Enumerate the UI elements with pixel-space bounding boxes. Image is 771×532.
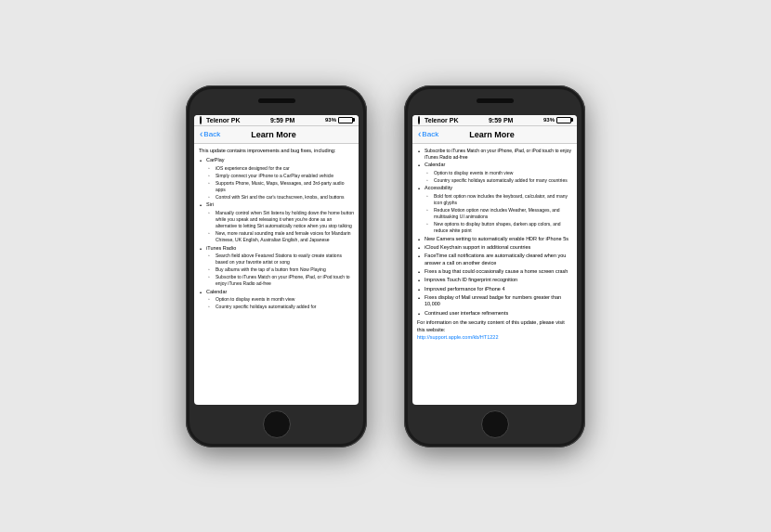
list-item-carplay: CarPlay iOS experience designed for the … bbox=[199, 157, 354, 201]
phone-2: Telenor PK 9:59 PM 93% ‹ Back bbox=[404, 85, 585, 448]
phone-1-inner: Telenor PK 9:59 PM 93% ‹ Back bbox=[189, 89, 363, 444]
status-bar-2: Telenor PK 9:59 PM 93% bbox=[412, 115, 577, 126]
bullet-keychain: iCloud Keychain support in additional co… bbox=[417, 244, 572, 252]
main-list-2-bullets: New Camera setting to automatically enab… bbox=[417, 236, 572, 317]
bullet-hdr: New Camera setting to automatically enab… bbox=[417, 236, 572, 243]
sub-list-itunes: Search field above Featured Stations to … bbox=[206, 253, 354, 287]
phone-1: Telenor PK 9:59 PM 93% ‹ Back bbox=[186, 85, 367, 448]
carrier-1: Telenor PK bbox=[206, 117, 240, 123]
status-right-2: 93% bbox=[543, 117, 571, 123]
status-left-1: Telenor PK bbox=[200, 117, 240, 123]
nav-bar-1: ‹ Back Learn More bbox=[194, 126, 359, 144]
time-1: 9:59 PM bbox=[270, 117, 294, 123]
status-bar-1: Telenor PK 9:59 PM 93% bbox=[194, 115, 359, 126]
list-item-accessibility: Accessibility Bold font option now inclu… bbox=[417, 185, 572, 234]
signal-dots-1 bbox=[200, 117, 202, 123]
battery-percent-1: 93% bbox=[325, 117, 336, 123]
phone-2-inner: Telenor PK 9:59 PM 93% ‹ Back bbox=[408, 89, 582, 444]
list-item-calendar-1: Calendar Option to display events in mon… bbox=[199, 289, 354, 311]
status-left-2: Telenor PK bbox=[418, 117, 458, 123]
phone-2-screen: Telenor PK 9:59 PM 93% ‹ Back bbox=[412, 115, 577, 405]
bullet-iphone4: Improved performance for iPhone 4 bbox=[417, 286, 572, 293]
back-chevron-icon-1: ‹ bbox=[200, 130, 203, 139]
sub-list-calendar-1: Option to display events in month view C… bbox=[206, 296, 354, 310]
list-item-itunes-radio: iTunes Radio Search field above Featured… bbox=[199, 245, 354, 288]
main-list-1: CarPlay iOS experience designed for the … bbox=[199, 157, 354, 310]
intro-text-1: This update contains improvements and bu… bbox=[199, 148, 354, 155]
bullet-facetime: FaceTime call notifications are automati… bbox=[417, 253, 572, 266]
sub-list-carplay: iOS experience designed for the car Simp… bbox=[206, 165, 354, 201]
sub-list-accessibility: Bold font option now includes the keyboa… bbox=[425, 193, 572, 234]
back-label-2: Back bbox=[422, 130, 438, 138]
screen-content-2: Subscribe to iTunes Match on your iPhone… bbox=[412, 144, 577, 405]
back-button-2[interactable]: ‹ Back bbox=[418, 130, 438, 139]
scene: Telenor PK 9:59 PM 93% ‹ Back bbox=[167, 67, 604, 466]
back-label-1: Back bbox=[203, 130, 220, 138]
security-note: For information on the security content … bbox=[417, 319, 572, 333]
nav-title-1: Learn More bbox=[220, 130, 327, 139]
bullet-crash: Fixes a bug that could occasionally caus… bbox=[417, 268, 572, 276]
signal-dots-2 bbox=[418, 117, 420, 123]
nav-title-2: Learn More bbox=[438, 130, 545, 139]
sub-list-siri: Manually control when Siri listens by ho… bbox=[206, 210, 354, 243]
battery-icon-2 bbox=[556, 117, 571, 123]
security-link[interactable]: http://support.apple.com/kb/HT1222 bbox=[417, 334, 498, 340]
bullet-ui: Continued user interface refinements bbox=[417, 310, 572, 318]
list-item-itunes-subscribe: Subscribe to iTunes Match on your iPhone… bbox=[417, 148, 572, 161]
bullet-touchid: Improves Touch ID fingerprint recognitio… bbox=[417, 277, 572, 284]
screen-content-1: This update contains improvements and bu… bbox=[194, 144, 359, 405]
back-button-1[interactable]: ‹ Back bbox=[200, 130, 220, 139]
battery-icon-1 bbox=[338, 117, 353, 123]
status-right-1: 93% bbox=[325, 117, 353, 123]
phone-1-screen: Telenor PK 9:59 PM 93% ‹ Back bbox=[194, 115, 359, 405]
battery-percent-2: 93% bbox=[543, 117, 555, 123]
time-2: 9:59 PM bbox=[489, 117, 513, 123]
carrier-2: Telenor PK bbox=[425, 117, 458, 123]
nav-bar-2: ‹ Back Learn More bbox=[412, 126, 577, 144]
back-chevron-icon-2: ‹ bbox=[418, 130, 421, 139]
sub-list-calendar-2: Option to display events in month view C… bbox=[425, 170, 572, 184]
list-item-siri: Siri Manually control when Siri listens … bbox=[199, 201, 354, 243]
bullet-mail: Fixes display of Mail unread badge for n… bbox=[417, 294, 572, 308]
list-item-calendar-2: Calendar Option to display events in mon… bbox=[417, 162, 572, 184]
main-list-2-top: Subscribe to iTunes Match on your iPhone… bbox=[417, 148, 572, 234]
